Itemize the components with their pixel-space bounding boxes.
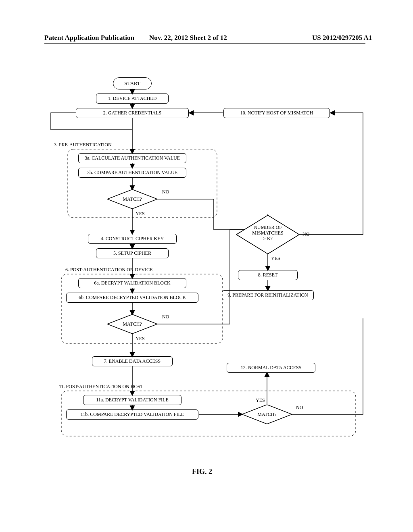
group-11-label: 11. POST-AUTHENTICATION ON HOST bbox=[59, 384, 143, 390]
start-terminal: START bbox=[113, 77, 152, 89]
header-left: Patent Application Publication bbox=[44, 34, 134, 42]
step-11b: 11b. COMPARE DECRYPTED VALIDATION FILE bbox=[66, 409, 198, 420]
decision-11-text: MATCH? bbox=[255, 411, 279, 418]
step-9: 9. PREPARE FOR REINITIALIZATION bbox=[222, 290, 314, 300]
decision-6-no: NO bbox=[162, 314, 169, 320]
step-4: 4. CONSTRUCT CIPHER KEY bbox=[88, 234, 177, 244]
decision-k-yes: YES bbox=[271, 256, 280, 262]
step-5: 5. SETUP CIPHER bbox=[96, 248, 169, 258]
header-right: US 2012/0297205 A1 bbox=[312, 34, 372, 42]
group-6-label: 6. POST-AUTHENTICATION ON DEVICE bbox=[65, 267, 152, 273]
step-11a: 11a. DECRYPT VALIDATION FILE bbox=[83, 395, 181, 405]
figure-label: FIG. 2 bbox=[192, 468, 212, 476]
step-12: 12. NORMAL DATA ACCESS bbox=[227, 363, 315, 373]
step-8: 8. RESET bbox=[238, 270, 298, 280]
step-10: 10. NOTIFY HOST OF MISMATCH bbox=[223, 108, 330, 118]
step-1: 1. DEVICE ATTACHED bbox=[96, 94, 169, 104]
step-6a: 6a. DECRYPT VALIDATION BLOCK bbox=[78, 278, 186, 288]
step-6b: 6b. COMPARE DECRYPTED VALIDATION BLOCK bbox=[66, 293, 198, 303]
decision-k-no: NO bbox=[302, 231, 309, 237]
decision-3-text: MATCH? bbox=[120, 196, 144, 202]
header-mid: Nov. 22, 2012 Sheet 2 of 12 bbox=[149, 34, 227, 42]
decision-11-no: NO bbox=[296, 405, 303, 411]
decision-3-yes: YES bbox=[136, 211, 145, 217]
step-2: 2. GATHER CREDENTIALS bbox=[76, 108, 189, 118]
flowchart: START 1. DEVICE ATTACHED 2. GATHER CREDE… bbox=[44, 77, 369, 463]
header-rule bbox=[44, 43, 365, 44]
decision-3-no: NO bbox=[162, 189, 169, 195]
step-3a: 3a. CALCULATE AUTHENTICATION VALUE bbox=[78, 153, 186, 163]
step-7: 7. ENABLE DATA ACCESS bbox=[92, 356, 173, 366]
decision-6-text: MATCH? bbox=[120, 321, 144, 327]
decision-k-text: NUMBER OF MISMATCHES > K? bbox=[248, 225, 287, 241]
step-3b: 3b. COMPARE AUTHENTICATION VALUE bbox=[78, 168, 186, 178]
decision-6-yes: YES bbox=[136, 336, 145, 342]
group-3-label: 3. PRE-AUTHENTICATION bbox=[54, 142, 112, 148]
decision-11-yes: YES bbox=[256, 397, 265, 403]
